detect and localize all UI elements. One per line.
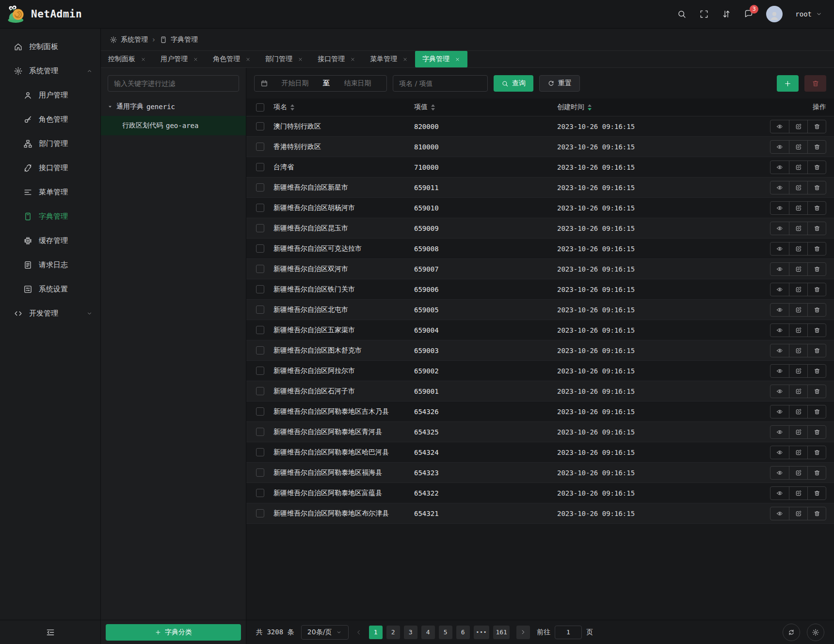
view-button[interactable] (770, 161, 789, 174)
table-row[interactable]: 台湾省 710000 2023-10-26 09:16:15 (246, 157, 834, 177)
row-checkbox[interactable] (256, 489, 264, 497)
user-menu[interactable]: root (795, 10, 822, 18)
edit-button[interactable] (789, 141, 807, 153)
tab[interactable]: 菜单管理 (363, 51, 415, 67)
edit-button[interactable] (789, 263, 807, 275)
table-row[interactable]: 澳门特别行政区 820000 2023-10-26 09:16:15 (246, 116, 834, 137)
edit-button[interactable] (789, 120, 807, 133)
keyword-input[interactable] (393, 76, 487, 91)
query-button[interactable]: 查询 (494, 75, 533, 92)
refresh-button[interactable] (783, 624, 800, 641)
row-checkbox[interactable] (256, 163, 264, 171)
tree-node-generic[interactable]: 通用字典 generic (101, 97, 246, 116)
page-button[interactable]: 2 (386, 626, 400, 639)
sort-time-control[interactable] (588, 104, 592, 111)
batch-delete-button[interactable] (804, 75, 826, 92)
sidebar-item[interactable]: 用户管理 (0, 83, 100, 107)
row-checkbox[interactable] (256, 367, 264, 375)
row-checkbox[interactable] (256, 468, 264, 477)
avatar[interactable] (766, 6, 783, 22)
table-row[interactable]: 新疆维吾尔自治区北屯市 659005 2023-10-26 09:16:15 (246, 300, 834, 320)
edit-button[interactable] (789, 181, 807, 194)
delete-button[interactable] (807, 426, 826, 438)
search-icon[interactable] (677, 9, 687, 19)
row-checkbox[interactable] (256, 407, 264, 416)
edit-button[interactable] (789, 487, 807, 499)
table-row[interactable]: 新疆维吾尔自治区阿勒泰地区吉木乃县 654326 2023-10-26 09:1… (246, 402, 834, 422)
row-checkbox[interactable] (256, 346, 264, 354)
edit-button[interactable] (789, 242, 807, 255)
view-button[interactable] (770, 385, 789, 398)
page-button[interactable]: 5 (439, 626, 452, 639)
row-checkbox[interactable] (256, 204, 264, 212)
delete-button[interactable] (807, 507, 826, 520)
row-checkbox[interactable] (256, 143, 264, 151)
tree-node-geo-area[interactable]: 行政区划代码 geo-area (101, 116, 246, 135)
collapse-sidebar-icon[interactable] (46, 628, 55, 637)
edit-button[interactable] (789, 222, 807, 235)
edit-button[interactable] (789, 304, 807, 316)
next-page-button[interactable] (516, 626, 530, 639)
page-button[interactable]: 3 (404, 626, 417, 639)
select-all-checkbox[interactable] (256, 103, 264, 112)
edit-button[interactable] (789, 405, 807, 418)
edit-button[interactable] (789, 467, 807, 479)
close-icon[interactable] (402, 57, 408, 62)
table-row[interactable]: 新疆维吾尔自治区阿拉尔市 659002 2023-10-26 09:16:15 (246, 361, 834, 381)
delete-button[interactable] (807, 202, 826, 214)
edit-button[interactable] (789, 507, 807, 520)
row-checkbox[interactable] (256, 428, 264, 436)
page-button[interactable]: 1 (369, 626, 383, 639)
view-button[interactable] (770, 467, 789, 479)
sidebar-item[interactable]: 菜单管理 (0, 180, 100, 204)
row-checkbox[interactable] (256, 122, 264, 130)
table-row[interactable]: 新疆维吾尔自治区图木舒克市 659003 2023-10-26 09:16:15 (246, 340, 834, 361)
fullscreen-icon[interactable] (699, 9, 709, 19)
view-button[interactable] (770, 120, 789, 133)
delete-button[interactable] (807, 324, 826, 337)
table-row[interactable]: 新疆维吾尔自治区新星市 659011 2023-10-26 09:16:15 (246, 177, 834, 198)
page-button[interactable]: ••• (474, 626, 490, 639)
goto-page-input[interactable] (555, 626, 582, 639)
row-checkbox[interactable] (256, 306, 264, 314)
view-button[interactable] (770, 426, 789, 438)
row-checkbox[interactable] (256, 509, 264, 517)
table-row[interactable]: 新疆维吾尔自治区胡杨河市 659010 2023-10-26 09:16:15 (246, 198, 834, 218)
add-item-button[interactable] (777, 75, 799, 92)
page-button[interactable]: 161 (493, 626, 509, 639)
delete-button[interactable] (807, 446, 826, 459)
view-button[interactable] (770, 222, 789, 235)
tab[interactable]: 角色管理 (206, 51, 258, 67)
delete-button[interactable] (807, 222, 826, 235)
close-icon[interactable] (350, 57, 355, 62)
delete-button[interactable] (807, 161, 826, 174)
edit-button[interactable] (789, 385, 807, 398)
page-size-select[interactable]: 20条/页 (301, 625, 349, 640)
row-checkbox[interactable] (256, 244, 264, 253)
table-row[interactable]: 新疆维吾尔自治区阿勒泰地区青河县 654325 2023-10-26 09:16… (246, 422, 834, 442)
edit-button[interactable] (789, 202, 807, 214)
caret-down-icon[interactable] (107, 103, 113, 110)
sort-name-control[interactable] (290, 104, 294, 111)
edit-button[interactable] (789, 283, 807, 296)
table-row[interactable]: 新疆维吾尔自治区可克达拉市 659008 2023-10-26 09:16:15 (246, 239, 834, 259)
close-icon[interactable] (455, 57, 460, 62)
sidebar-item[interactable]: 部门管理 (0, 131, 100, 156)
edit-button[interactable] (789, 161, 807, 174)
view-button[interactable] (770, 507, 789, 520)
row-checkbox[interactable] (256, 224, 264, 232)
row-checkbox[interactable] (256, 387, 264, 395)
view-button[interactable] (770, 344, 789, 357)
table-row[interactable]: 新疆维吾尔自治区昆玉市 659009 2023-10-26 09:16:15 (246, 218, 834, 239)
delete-button[interactable] (807, 242, 826, 255)
view-button[interactable] (770, 446, 789, 459)
view-button[interactable] (770, 141, 789, 153)
row-checkbox[interactable] (256, 448, 264, 456)
add-dictionary-category-button[interactable]: 字典分类 (106, 624, 241, 641)
table-row[interactable]: 新疆维吾尔自治区阿勒泰地区布尔津县 654321 2023-10-26 09:1… (246, 503, 834, 524)
breadcrumb-item[interactable]: 系统管理 (110, 35, 148, 44)
sidebar-item[interactable]: 角色管理 (0, 107, 100, 131)
view-button[interactable] (770, 181, 789, 194)
tab[interactable]: 部门管理 (258, 51, 310, 67)
delete-button[interactable] (807, 304, 826, 316)
